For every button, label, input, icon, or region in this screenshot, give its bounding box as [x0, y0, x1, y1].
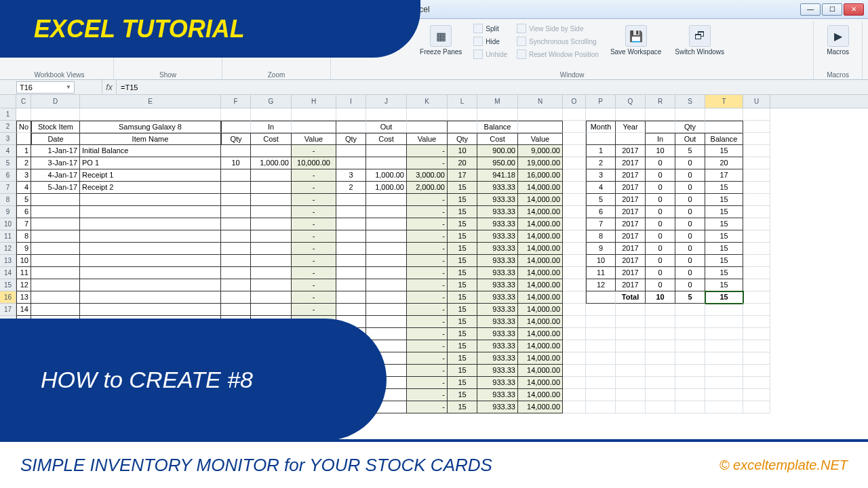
- cell[interactable]: [448, 108, 477, 121]
- cell-year[interactable]: 2017: [616, 206, 646, 218]
- cell-year[interactable]: 2017: [616, 157, 646, 169]
- cell[interactable]: 15: [448, 389, 477, 401]
- cell[interactable]: [705, 304, 743, 316]
- cell-balance[interactable]: 15: [705, 230, 743, 243]
- cell[interactable]: [563, 108, 586, 121]
- cell[interactable]: [16, 108, 31, 121]
- cell[interactable]: [336, 255, 366, 267]
- cell[interactable]: 10: [448, 145, 477, 157]
- cell[interactable]: [563, 377, 586, 389]
- cell[interactable]: 14,000.00: [518, 255, 563, 267]
- minimize-button[interactable]: —: [800, 3, 821, 16]
- header-no[interactable]: No: [16, 121, 31, 133]
- cell[interactable]: [616, 108, 646, 121]
- chevron-down-icon[interactable]: ▼: [66, 84, 71, 90]
- cell[interactable]: [675, 377, 705, 389]
- cell-out[interactable]: 0: [675, 169, 705, 182]
- cell[interactable]: [563, 243, 586, 255]
- cell[interactable]: [251, 169, 292, 182]
- cell[interactable]: [743, 267, 770, 279]
- cell[interactable]: 14,000.00: [518, 316, 563, 328]
- cell[interactable]: [251, 194, 292, 206]
- cell[interactable]: Value: [292, 133, 336, 145]
- cell[interactable]: -: [407, 377, 448, 389]
- cell[interactable]: [646, 389, 675, 401]
- cell[interactable]: [743, 218, 770, 230]
- cell[interactable]: [251, 182, 292, 194]
- cell[interactable]: [563, 267, 586, 279]
- column-header[interactable]: R: [646, 95, 675, 108]
- cell[interactable]: [563, 328, 586, 340]
- cell-no[interactable]: 7: [16, 218, 31, 230]
- cell-item-name[interactable]: [80, 194, 221, 206]
- cell[interactable]: In: [646, 133, 675, 145]
- total-in[interactable]: 10: [646, 291, 675, 304]
- cell[interactable]: [563, 206, 586, 218]
- cell[interactable]: -: [407, 218, 448, 230]
- row-header[interactable]: 11: [0, 230, 16, 243]
- cell-in[interactable]: 0: [646, 157, 675, 169]
- cell-no[interactable]: 4: [16, 182, 31, 194]
- cell-item-name[interactable]: [80, 230, 221, 243]
- cell[interactable]: [16, 133, 31, 145]
- cell[interactable]: 3,000.00: [407, 169, 448, 182]
- cell[interactable]: [743, 340, 770, 352]
- cell[interactable]: [336, 243, 366, 255]
- cell[interactable]: [336, 206, 366, 218]
- cell[interactable]: [251, 206, 292, 218]
- row-header[interactable]: 3: [0, 133, 16, 145]
- cell[interactable]: [518, 108, 563, 121]
- cell-date[interactable]: 4-Jan-17: [31, 169, 80, 182]
- cell[interactable]: [221, 145, 251, 157]
- cell[interactable]: 15: [448, 304, 477, 316]
- cell-in[interactable]: 0: [646, 230, 675, 243]
- cell[interactable]: -: [292, 279, 336, 291]
- cell-date[interactable]: 5-Jan-17: [31, 182, 80, 194]
- cell[interactable]: 950.00: [477, 157, 518, 169]
- cell[interactable]: [221, 121, 251, 133]
- cell[interactable]: 933.33: [477, 304, 518, 316]
- cell-year[interactable]: 2017: [616, 279, 646, 291]
- row-header[interactable]: 5: [0, 157, 16, 169]
- cell[interactable]: 933.33: [477, 279, 518, 291]
- cell[interactable]: [705, 365, 743, 377]
- cell[interactable]: 14,000.00: [518, 304, 563, 316]
- cell-item-name[interactable]: Initial Balance: [80, 145, 221, 157]
- cell-year[interactable]: 2017: [616, 255, 646, 267]
- cell[interactable]: [616, 377, 646, 389]
- cell[interactable]: [221, 304, 251, 316]
- row-header[interactable]: 1: [0, 108, 16, 121]
- row-header[interactable]: 7: [0, 182, 16, 194]
- cell-balance[interactable]: 15: [705, 194, 743, 206]
- cell-date[interactable]: [31, 243, 80, 255]
- cell-month[interactable]: 6: [586, 206, 616, 218]
- cell[interactable]: [743, 304, 770, 316]
- cell[interactable]: [743, 182, 770, 194]
- cell[interactable]: 933.33: [477, 328, 518, 340]
- cell-item-name[interactable]: Receipt 1: [80, 169, 221, 182]
- cell[interactable]: 933.33: [477, 194, 518, 206]
- header-date[interactable]: Date: [31, 133, 80, 145]
- cell[interactable]: 15: [448, 401, 477, 413]
- cell[interactable]: [586, 291, 616, 304]
- cell[interactable]: [743, 365, 770, 377]
- cell-in[interactable]: 0: [646, 194, 675, 206]
- cell-no[interactable]: 6: [16, 206, 31, 218]
- cell[interactable]: -: [407, 291, 448, 304]
- cell[interactable]: [743, 352, 770, 365]
- cell-in[interactable]: 0: [646, 279, 675, 291]
- cell[interactable]: 14,000.00: [518, 401, 563, 413]
- cell[interactable]: [221, 169, 251, 182]
- cell[interactable]: [563, 255, 586, 267]
- cell[interactable]: [646, 328, 675, 340]
- cell[interactable]: [616, 328, 646, 340]
- cell[interactable]: 14,000.00: [518, 340, 563, 352]
- header-month[interactable]: Month: [586, 121, 616, 133]
- cell[interactable]: [743, 108, 770, 121]
- row-header[interactable]: 9: [0, 206, 16, 218]
- cell[interactable]: [743, 169, 770, 182]
- cell[interactable]: 933.33: [477, 206, 518, 218]
- total-label[interactable]: Total: [616, 291, 646, 304]
- cell[interactable]: [675, 328, 705, 340]
- cell[interactable]: [563, 169, 586, 182]
